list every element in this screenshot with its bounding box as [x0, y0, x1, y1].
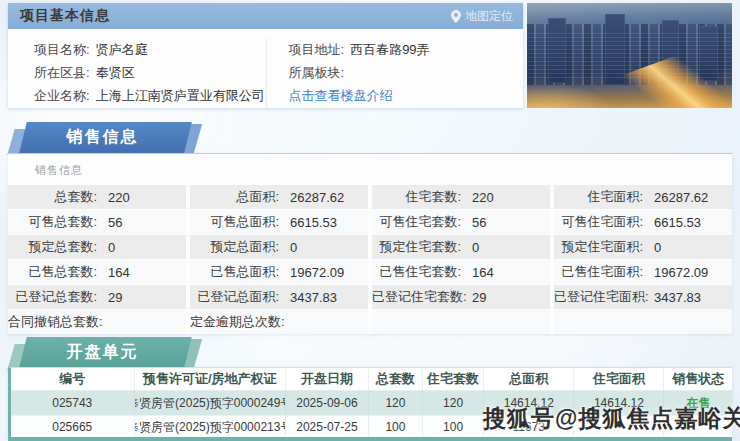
field-value: 19672.09: [290, 265, 344, 280]
photo-street-glow: [527, 81, 623, 108]
project-address-row: 项目地址:西百春路99弄: [289, 38, 524, 61]
sales-field: 总套数:220: [8, 185, 186, 209]
column-header: 销售状态: [663, 368, 731, 390]
field-value: 0: [654, 240, 661, 255]
page: 项目基本信息 地图定位 项目名称:贤庐名庭 所在区县:奉贤区 企业名称:上海上江…: [0, 0, 740, 441]
field-value: 6615.53: [290, 215, 337, 230]
column-header: 住宅套数: [422, 368, 483, 390]
field-label: 已登记住宅套数:: [372, 288, 461, 306]
sales-field: 总面积:26287.62: [190, 185, 368, 209]
field-label: 已登记总面积:: [190, 288, 279, 306]
opening-units-tab-label: 开盘单元: [15, 337, 190, 367]
total-units: 120: [368, 391, 422, 415]
map-locate-label: 地图定位: [465, 8, 513, 25]
field-label: 预定总套数:: [8, 238, 97, 256]
sales-field: 预定总面积:0: [190, 235, 368, 259]
field-value: 220: [108, 190, 130, 205]
unit-id: 025665: [11, 420, 134, 434]
field-label: 定金逾期总次数:: [190, 313, 279, 331]
column-header: 总面积: [483, 368, 573, 390]
map-pin-icon: [451, 10, 461, 23]
sales-info-subtitle: 销售信息: [35, 163, 83, 178]
table-header-row: 编号 预售许可证/房地产权证 开盘日期 总套数 住宅套数 总面积 住宅面积 销售…: [11, 368, 732, 391]
sales-field: 已售住宅套数:164: [372, 260, 550, 284]
field-value: 56: [108, 215, 122, 230]
sales-field: 可售住宅套数:56: [372, 210, 550, 234]
section-bottom-bar: [8, 437, 732, 441]
field-label: 项目名称:: [34, 42, 90, 57]
field-value: 164: [108, 265, 130, 280]
sales-field: 已登记总套数:29: [8, 285, 186, 309]
sales-info-section-tab: 销售信息: [15, 122, 190, 153]
field-label: 可售住宅面积:: [554, 213, 643, 231]
field-value: 164: [472, 265, 494, 280]
project-company-row: 企业名称:上海上江南贤庐置业有限公司: [34, 84, 266, 107]
view-building-intro-link[interactable]: 点击查看楼盘介绍: [289, 88, 393, 103]
sales-field: [372, 310, 550, 334]
field-label: 已登记住宅面积:: [554, 288, 643, 306]
sales-field: 已登记住宅面积:3437.83: [554, 285, 732, 309]
sales-field: 已登记总面积:3437.83: [190, 285, 368, 309]
company-link[interactable]: 上海上江南贤庐置业有限公司: [96, 88, 265, 103]
sales-field: 可售住宅面积:6615.53: [554, 210, 732, 234]
field-value: 26287.62: [290, 190, 344, 205]
field-label: 所属板块:: [289, 65, 345, 80]
field-value: 0: [472, 240, 479, 255]
column-header: 住宅面积: [573, 368, 663, 390]
field-label: 企业名称:: [34, 88, 90, 103]
field-label: 可售总套数:: [8, 213, 97, 231]
sales-field: 已登记住宅套数:29: [372, 285, 550, 309]
project-name-row: 项目名称:贤庐名庭: [34, 38, 266, 61]
sales-field: 预定总套数:0: [8, 235, 186, 259]
field-label: 已登记总套数:: [8, 288, 97, 306]
field-value: 0: [290, 240, 297, 255]
opening-date: 2025-09-06: [285, 391, 368, 415]
field-value: 29: [108, 290, 122, 305]
sales-field: 可售总套数:56: [8, 210, 186, 234]
sales-field: 已售住宅面积:19672.09: [554, 260, 732, 284]
field-value: 19672.09: [654, 265, 708, 280]
field-value: 贤庐名庭: [96, 42, 148, 57]
field-value: 0: [108, 240, 115, 255]
field-label: 项目地址:: [289, 42, 345, 57]
field-value: 奉贤区: [96, 65, 135, 80]
license-number: 奉贤房管(2025)预字0000213号: [134, 416, 285, 438]
column-header: 开盘日期: [285, 368, 368, 390]
field-label: 可售住宅套数:: [372, 213, 461, 231]
field-value: 3437.83: [290, 290, 337, 305]
field-value: 26287.62: [654, 190, 708, 205]
project-district-row: 所在区县:奉贤区: [34, 61, 266, 84]
sales-field: 住宅套数:220: [372, 185, 550, 209]
sales-field: 预定住宅面积:0: [554, 235, 732, 259]
field-value: 220: [472, 190, 494, 205]
column-header: 总套数: [368, 368, 422, 390]
field-label: 已售总套数:: [8, 263, 97, 281]
opening-units-section-tab: 开盘单元: [15, 337, 190, 367]
field-label: 合同撤销总套数:: [8, 313, 97, 331]
field-value: 56: [472, 215, 486, 230]
field-label: 已售住宅套数:: [372, 263, 461, 281]
sales-info-grid: 总套数:220 总面积:26287.62 住宅套数:220 住宅面积:26287…: [8, 185, 732, 334]
map-locate-link[interactable]: 地图定位: [451, 8, 513, 25]
residential-units: 120: [422, 391, 483, 415]
project-photo: [527, 3, 732, 108]
sales-field: 预定住宅套数:0: [372, 235, 550, 259]
sales-field: 住宅面积:26287.62: [554, 185, 732, 209]
project-intro-row: 点击查看楼盘介绍: [289, 84, 524, 107]
sales-field: [554, 310, 732, 334]
field-label: 可售总面积:: [190, 213, 279, 231]
field-label: 所在区县:: [34, 65, 90, 80]
column-header: 预售许可证/房地产权证: [134, 368, 285, 390]
sales-field: 合同撤销总套数:: [8, 310, 186, 334]
opening-date: 2025-07-25: [285, 416, 368, 438]
field-label: 预定住宅面积:: [554, 238, 643, 256]
field-label: 预定住宅套数:: [372, 238, 461, 256]
field-label: 住宅面积:: [554, 188, 643, 206]
unit-id: 025743: [11, 396, 134, 410]
sales-field: 已售总套数:164: [8, 260, 186, 284]
project-info-header: 项目基本信息 地图定位: [8, 3, 523, 29]
project-info-panel: 项目基本信息 地图定位 项目名称:贤庐名庭 所在区县:奉贤区 企业名称:上海上江…: [8, 3, 523, 108]
sales-field: 可售总面积:6615.53: [190, 210, 368, 234]
residential-units: 100: [422, 416, 483, 438]
project-info-right-column: 项目地址:西百春路99弄 所属板块: 点击查看楼盘介绍: [266, 38, 524, 108]
